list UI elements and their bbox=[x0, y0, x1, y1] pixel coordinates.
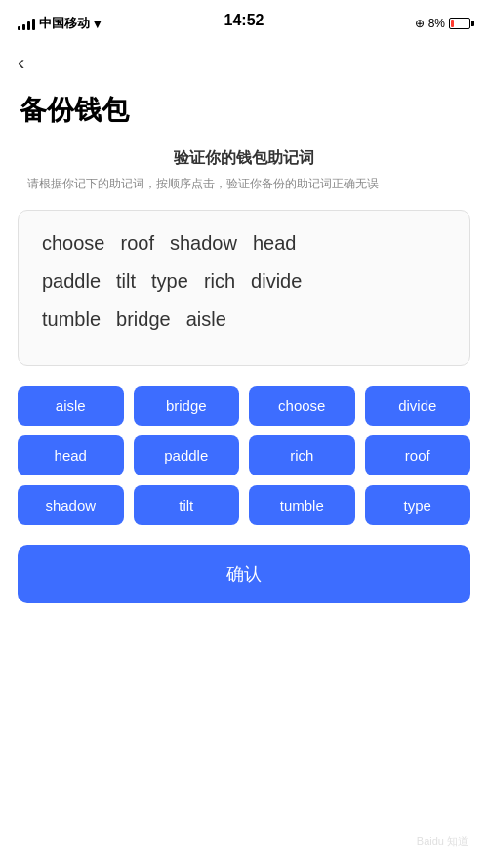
battery-percent: 8% bbox=[428, 17, 445, 30]
status-time: 14:52 bbox=[224, 12, 264, 29]
display-word-choose: choose bbox=[38, 230, 109, 257]
wifi-icon: ▾ bbox=[94, 16, 101, 31]
section-title: 验证你的钱包助记词 bbox=[20, 148, 468, 169]
confirm-section: 确认 bbox=[18, 545, 470, 603]
word-grid: aisle bridge choose divide head paddle r… bbox=[18, 386, 470, 525]
word-btn-choose[interactable]: choose bbox=[249, 386, 355, 426]
section-desc: 请根据你记下的助记词，按顺序点击，验证你备份的助记词正确无误 bbox=[20, 175, 468, 192]
status-bar: 中国移动 ▾ 14:52 ⊕ 8% bbox=[0, 0, 488, 43]
word-display-row-3: tumble bridge aisle bbox=[38, 307, 450, 333]
word-btn-shadow[interactable]: shadow bbox=[18, 485, 124, 525]
word-btn-aisle[interactable]: aisle bbox=[18, 386, 124, 426]
nav-bar: ‹ bbox=[0, 43, 488, 88]
word-btn-tilt[interactable]: tilt bbox=[134, 485, 240, 525]
word-display-row-1: choose roof shadow head bbox=[38, 230, 450, 257]
signal-icon bbox=[18, 18, 35, 30]
display-word-bridge: bridge bbox=[112, 307, 175, 333]
page-title: 备份钱包 bbox=[0, 88, 488, 148]
display-word-divide: divide bbox=[247, 269, 305, 295]
display-word-roof: roof bbox=[117, 230, 158, 257]
back-button[interactable]: ‹ bbox=[18, 51, 24, 76]
word-btn-roof[interactable]: roof bbox=[365, 435, 471, 475]
display-word-head: head bbox=[249, 230, 301, 257]
display-word-tilt: tilt bbox=[112, 269, 140, 295]
word-btn-rich[interactable]: rich bbox=[249, 435, 355, 475]
word-btn-divide[interactable]: divide bbox=[365, 386, 471, 426]
carrier-label: 中国移动 bbox=[39, 15, 90, 32]
word-display-area: choose roof shadow head paddle tilt type… bbox=[18, 210, 470, 366]
battery-icon bbox=[449, 18, 470, 29]
word-btn-tumble[interactable]: tumble bbox=[249, 485, 355, 525]
word-btn-bridge[interactable]: bridge bbox=[134, 386, 240, 426]
word-btn-paddle[interactable]: paddle bbox=[134, 435, 240, 475]
carrier-signal: 中国移动 ▾ bbox=[18, 15, 101, 32]
display-word-type: type bbox=[147, 269, 192, 295]
location-icon: ⊕ bbox=[415, 17, 425, 30]
section-header: 验证你的钱包助记词 请根据你记下的助记词，按顺序点击，验证你备份的助记词正确无误 bbox=[0, 148, 488, 200]
watermark-text: Baidu 知道 bbox=[417, 834, 468, 848]
display-word-paddle: paddle bbox=[38, 269, 104, 295]
confirm-button[interactable]: 确认 bbox=[18, 545, 470, 603]
word-btn-type[interactable]: type bbox=[365, 485, 471, 525]
watermark: Baidu 知道 bbox=[417, 834, 468, 848]
word-display-row-2: paddle tilt type rich divide bbox=[38, 269, 450, 295]
battery-area: ⊕ 8% bbox=[415, 17, 470, 30]
display-word-tumble: tumble bbox=[38, 307, 104, 333]
word-btn-head[interactable]: head bbox=[18, 435, 124, 475]
display-word-shadow: shadow bbox=[166, 230, 241, 257]
display-word-rich: rich bbox=[200, 269, 239, 295]
display-word-aisle: aisle bbox=[183, 307, 230, 333]
